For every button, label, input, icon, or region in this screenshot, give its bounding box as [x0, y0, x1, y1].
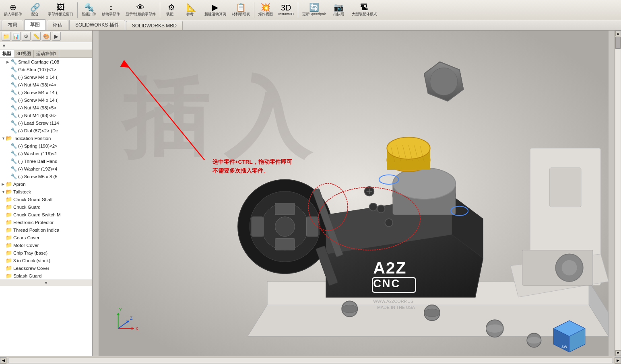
tree-item-screw-m4x14-1[interactable]: 🔧 (-) Screw M4 x 14 ( [0, 73, 92, 81]
scroll-track[interactable] [615, 37, 621, 350]
divider-1 [77, 2, 78, 18]
tree-label: (-) Nut M4 (98)<5> [18, 105, 56, 110]
folder-icon: 📁 [6, 250, 12, 256]
tree-item-thread-position[interactable]: 📁 Thread Position Indica [0, 226, 92, 234]
panel-btn-tree[interactable]: 📁 [2, 32, 10, 41]
tree-item-chuck-guard[interactable]: 📁 Chuck Guard [0, 203, 92, 211]
toolbar-insert-part[interactable]: ⊕ 插入零部件 [2, 1, 25, 19]
panel-btn-dim[interactable]: 📏 [32, 32, 41, 41]
tree-item-washer-192[interactable]: 🔧 (-) Washer (192)<4 [0, 165, 92, 173]
tree-item-nut-m4-4[interactable]: 🔧 (-) Nut M4 (98)<4> [0, 81, 92, 88]
toolbar-bom[interactable]: 📋 材料明细表 [229, 1, 252, 19]
panel-btn-display[interactable]: 🎨 [42, 32, 51, 41]
toolbar-snapshot[interactable]: 📷 拍快照 [329, 1, 349, 19]
tree-label: (-) Screw M4 x 14 ( [18, 90, 58, 95]
tree-item-splash-guard[interactable]: 📁 Splash Guard [0, 272, 92, 280]
tree-label: (-) Screw M4 x 14 ( [18, 98, 58, 103]
panel-subtabs: 模型 3D视图 运动算例1 [0, 50, 92, 58]
3d-model-canvas[interactable]: 插 入 [93, 31, 615, 356]
svg-text:SW: SW [561, 345, 567, 349]
panel-btn-properties[interactable]: 📊 [12, 32, 21, 41]
svg-rect-10 [275, 203, 295, 215]
scroll-left-button[interactable]: ◀ [0, 357, 6, 364]
update-icon: 🔄 [309, 3, 319, 11]
tab-solidworks-plugins[interactable]: SOLIDWORKS 插件 [69, 20, 125, 30]
tree-item-motor-cover[interactable]: 📁 Motor Cover [0, 241, 92, 249]
tree-item-lead-screw[interactable]: 🔧 (-) Lead Screw (114 [0, 119, 92, 127]
toolbar-show-hide[interactable]: 👁 显示/隐藏的零部件 [123, 1, 158, 19]
toolbar-instant3d[interactable]: 3D Instant3D [276, 1, 297, 19]
divider-4 [298, 2, 298, 18]
tree-item-chuck-guard-shaft[interactable]: 📁 Chuck Guard Shaft [0, 195, 92, 203]
tree-item-spring[interactable]: 🔧 (-) Spring (190)<2> [0, 142, 92, 150]
tree-label: Small Carriage (108 [18, 60, 59, 64]
folder-icon: 📁 [6, 273, 12, 279]
panel-subtab-model[interactable]: 模型 [0, 50, 14, 58]
panel-btn-next[interactable]: ▶ [52, 32, 61, 41]
tree-item-gib-strip[interactable]: 🔧 Gib Strip (107)<1> [0, 66, 92, 73]
tab-sketch[interactable]: 草图 [24, 19, 46, 30]
tree-item-screw-m6x8[interactable]: 🔧 (-) Screw M6 x 8 (5 [0, 173, 92, 180]
tab-evaluate[interactable]: 评估 [47, 20, 68, 30]
tree-item-gears-cover[interactable]: 📁 Gears Cover [0, 234, 92, 241]
toolbar-motion-study[interactable]: ▶ 新建运动算例 [202, 1, 229, 19]
scroll-up-button[interactable]: ▲ [615, 31, 621, 36]
main-viewport[interactable]: 插 入 [93, 31, 615, 356]
tree-label: Indication Position [13, 136, 51, 141]
folder-icon: 📁 [6, 257, 12, 263]
insert-part-label: 插入零部件 [4, 12, 22, 17]
tab-solidworks-mbd[interactable]: SOLIDWORKS MBD [126, 21, 183, 30]
tree-label: (-) Washer (119)<1 [18, 151, 57, 156]
tree-item-screw-m4x14-3[interactable]: 🔧 (-) Screw M4 x 14 ( [0, 96, 92, 104]
tree-item-nut-m4-6[interactable]: 🔧 (-) Nut M4 (98)<6> [0, 111, 92, 119]
toolbar-move-component[interactable]: ↕ 移动零部件 [99, 1, 122, 19]
tree-item-indication-position[interactable]: ▼ 📂 Indication Position [0, 134, 92, 142]
tree-item-chip-tray[interactable]: 📁 Chip Tray (base) [0, 249, 92, 257]
tree-arrow: ▼ [2, 190, 6, 194]
mate-icon: 🔗 [30, 3, 40, 11]
tree-item-apron[interactable]: ▶ 📁 Apron [0, 180, 92, 188]
tree-item-screw-m4x14-2[interactable]: 🔧 (-) Screw M4 x 14 ( [0, 88, 92, 96]
tree-item-chuck-guard-switch[interactable]: 📁 Chuck Guard Switch M [0, 211, 92, 218]
tree-item-washer-119[interactable]: 🔧 (-) Washer (119)<1 [0, 150, 92, 157]
vertical-scrollbar[interactable]: ▲ ▼ [615, 31, 621, 356]
tree-item-small-carriage[interactable]: ▶ 🔧 Small Carriage (108 [0, 58, 92, 66]
tree-label: Leadscrew Cover [13, 266, 49, 271]
tree-label: Chip Tray (base) [13, 251, 47, 255]
svg-point-35 [377, 205, 385, 213]
toolbar-mate[interactable]: 🔗 配合 [25, 1, 45, 19]
tree-label: Chuck Guard Shaft [13, 197, 53, 202]
toolbar-update[interactable]: 🔄 更新Speedpak [300, 1, 328, 19]
toolbar-reference[interactable]: 📐 参考... [182, 1, 201, 19]
panel-subtab-motion[interactable]: 运动算例1 [34, 50, 59, 58]
assem-features-label: 装配... [166, 12, 177, 17]
toolbar-assem-features[interactable]: ⚙ 装配... [162, 1, 181, 19]
tree-item-electronic-protector[interactable]: 📁 Electronic Protector [0, 218, 92, 226]
svg-point-31 [430, 68, 458, 95]
toolbar-large-assem[interactable]: 🏗 大型装配体模式 [349, 1, 380, 19]
tree-item-3in-chuck[interactable]: 📁 3 in Chuck (stock) [0, 257, 92, 264]
update-label: 更新Speedpak [302, 12, 326, 17]
tree-label: Motor Cover [13, 243, 39, 248]
panel-btn-config[interactable]: ⚙ [22, 32, 31, 41]
part-icon: 🔧 [10, 74, 17, 80]
horizontal-scrollbar[interactable] [8, 358, 613, 363]
scroll-down-button[interactable]: ▼ [615, 350, 621, 356]
toolbar-explode-view[interactable]: 💥 爆炸视图 [256, 1, 275, 19]
tree-label: (-) Nut M4 (98)<4> [18, 82, 56, 87]
tree-item-nut-m4-5[interactable]: 🔧 (-) Nut M4 (98)<5> [0, 104, 92, 111]
tab-layout[interactable]: 布局 [2, 20, 23, 30]
part-icon: 🔧 [10, 120, 17, 126]
toolbar-smart-fasteners[interactable]: 🔩 智能扣件 [79, 1, 99, 19]
smart-fasteners-icon: 🔩 [84, 3, 94, 11]
tree-label: (-) Lead Screw (114 [18, 121, 59, 125]
scroll-right-button[interactable]: ▶ [615, 357, 621, 364]
folder-icon: 📁 [6, 265, 12, 271]
toolbar-part-preview[interactable]: 🖼 零部件预览窗口 [45, 1, 76, 19]
scroll-thumb[interactable] [615, 37, 621, 49]
tree-item-dial[interactable]: 🔧 (-) Dial (87)<2> (De [0, 127, 92, 134]
tree-item-tailstock[interactable]: ▼ 📂 Tailstock [0, 188, 92, 195]
panel-subtab-3dview[interactable]: 3D视图 [14, 50, 34, 58]
tree-item-three-ball-hand[interactable]: 🔧 (-) Three Ball Hand [0, 157, 92, 165]
tree-item-leadscrew-cover[interactable]: 📁 Leadscrew Cover [0, 264, 92, 272]
